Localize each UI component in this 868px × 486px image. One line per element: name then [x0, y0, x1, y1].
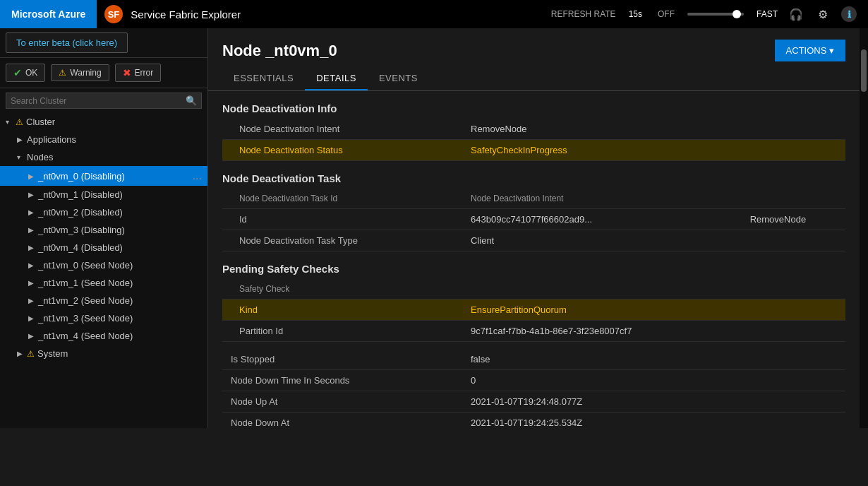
- search-icon: 🔍: [186, 95, 197, 106]
- chevron-icon: ▾: [17, 153, 27, 161]
- search-box: 🔍: [6, 93, 202, 109]
- tree-item-nodes[interactable]: ▾Nodes: [0, 148, 207, 166]
- scrollbar-track[interactable]: [860, 28, 868, 428]
- node-down-time-label: Node Down Time In Seconds: [222, 370, 462, 391]
- tree-item-nt1vm4[interactable]: ▶_nt1vm_4 (Seed Node): [0, 327, 207, 345]
- deact-status-row: Node Deactivation Status SafetyCheckInPr…: [222, 140, 845, 161]
- tab-events[interactable]: EVENTS: [368, 67, 429, 90]
- refresh-fast-label: FAST: [757, 9, 778, 19]
- tree-item-label: Cluster: [26, 117, 55, 127]
- refresh-label: REFRESH RATE: [551, 9, 616, 19]
- node-down-time-value: 0: [462, 370, 845, 391]
- tree-item-system[interactable]: ▶⚠System: [0, 345, 207, 362]
- partition-id-value: 9c7f1caf-f7bb-4a1b-86e7-3f23e8007cf7: [462, 321, 845, 342]
- error-status-button[interactable]: ✖ Error: [115, 64, 162, 82]
- refresh-toggle[interactable]: OFF: [658, 9, 675, 19]
- is-stopped-row: Is Stopped false: [222, 349, 845, 370]
- tree-item-nt0vm4[interactable]: ▶_nt0vm_4 (Disabled): [0, 239, 207, 256]
- deactivation-task-table: Node Deactivation Task Id Node Deactivat…: [222, 189, 845, 251]
- tree-item-nt1vm0[interactable]: ▶_nt1vm_0 (Seed Node): [0, 256, 207, 274]
- task-id-label: Id: [222, 209, 462, 230]
- tree-item-label: _nt1vm_3 (Seed Node): [38, 313, 133, 324]
- tree-item-label: _nt0vm_2 (Disabled): [38, 207, 123, 218]
- chevron-icon: ▶: [28, 208, 38, 216]
- context-menu-icon[interactable]: ...: [193, 170, 202, 182]
- tree-item-nt1vm1[interactable]: ▶_nt1vm_1 (Seed Node): [0, 274, 207, 292]
- tree-item-nt0vm2[interactable]: ▶_nt0vm_2 (Disabled): [0, 203, 207, 221]
- tree-item-label: _nt1vm_2 (Seed Node): [38, 295, 133, 306]
- node-down-at-row: Node Down At 2021-01-07T19:24:25.534Z: [222, 413, 845, 429]
- tree-item-label: _nt0vm_1 (Disabled): [38, 189, 123, 200]
- node-down-time-row: Node Down Time In Seconds 0: [222, 370, 845, 391]
- tree-item-applications[interactable]: ▶Applications: [0, 131, 207, 148]
- warning-status-button[interactable]: ⚠ Warning: [51, 64, 109, 81]
- app-title: Service Fabric Explorer: [131, 8, 551, 20]
- section-safety-checks: Pending Safety Checks: [222, 263, 845, 275]
- tree-item-nt1vm3[interactable]: ▶_nt1vm_3 (Seed Node): [0, 309, 207, 327]
- node-up-at-value: 2021-01-07T19:24:48.077Z: [462, 391, 845, 413]
- warning-icon: ⚠: [59, 68, 66, 78]
- chevron-icon: ▶: [28, 226, 38, 234]
- top-nav: Microsoft Azure SF Service Fabric Explor…: [0, 0, 868, 28]
- scrollbar-thumb[interactable]: [861, 49, 867, 92]
- tabs: ESSENTIALS DETAILS EVENTS: [208, 67, 860, 91]
- beta-enter-button[interactable]: To enter beta (click here): [6, 32, 128, 53]
- nav-right: REFRESH RATE 15s OFF FAST 🎧 ⚙ ℹ: [551, 6, 868, 23]
- safety-checks-table: Safety Check Kind EnsurePartitionQuorum …: [222, 279, 845, 342]
- main-content: Node _nt0vm_0 ACTIONS ▾ ESSENTIALS DETAI…: [208, 28, 860, 428]
- tree: ▾⚠Cluster▶Applications▾Nodes▶_nt0vm_0 (D…: [0, 113, 207, 362]
- chevron-icon: ▶: [28, 172, 38, 180]
- chevron-icon: ▶: [17, 136, 27, 143]
- refresh-rate-value: 15s: [629, 9, 642, 19]
- sidebar: To enter beta (click here) ✔ OK ⚠ Warnin…: [0, 28, 208, 428]
- is-stopped-label: Is Stopped: [222, 349, 462, 370]
- node-prefix: Node: [222, 42, 261, 59]
- warn-icon: ⚠: [27, 349, 35, 359]
- warn-icon: ⚠: [16, 117, 23, 127]
- node-up-at-row: Node Up At 2021-01-07T19:24:48.077Z: [222, 391, 845, 413]
- tree-item-nt1vm2[interactable]: ▶_nt1vm_2 (Seed Node): [0, 292, 207, 309]
- partition-id-label: Partition Id: [222, 321, 462, 342]
- deactivation-info-table: Node Deactivation Intent RemoveNode Node…: [222, 119, 845, 161]
- tab-essentials[interactable]: ESSENTIALS: [222, 67, 305, 90]
- task-header-row: Node Deactivation Task Id Node Deactivat…: [222, 189, 845, 209]
- azure-brand[interactable]: Microsoft Azure: [0, 0, 97, 28]
- deact-status-value: SafetyCheckInProgress: [462, 140, 845, 161]
- settings-icon[interactable]: ⚙: [814, 6, 831, 23]
- ok-icon: ✔: [13, 67, 22, 78]
- kind-value: EnsurePartitionQuorum: [462, 300, 845, 321]
- tree-item-label: _nt1vm_0 (Seed Node): [38, 260, 133, 271]
- section-deactivation-info: Node Deactivation Info: [222, 102, 845, 114]
- task-type-value: Client: [462, 230, 845, 251]
- partition-id-row: Partition Id 9c7f1caf-f7bb-4a1b-86e7-3f2…: [222, 321, 845, 342]
- tree-item-nt0vm3[interactable]: ▶_nt0vm_3 (Disabling): [0, 221, 207, 239]
- tree-item-cluster[interactable]: ▾⚠Cluster: [0, 113, 207, 131]
- ok-status-button[interactable]: ✔ OK: [6, 64, 45, 82]
- chevron-icon: ▾: [6, 118, 16, 126]
- svg-text:SF: SF: [108, 9, 120, 20]
- tree-item-label: _nt0vm_3 (Disabling): [38, 225, 125, 235]
- node-name: _nt0vm_0: [265, 42, 337, 59]
- chevron-icon: ▶: [28, 314, 38, 322]
- tab-details[interactable]: DETAILS: [305, 67, 368, 90]
- azure-label: Microsoft Azure: [11, 8, 85, 20]
- chevron-icon: ▶: [28, 244, 38, 251]
- node-down-at-label: Node Down At: [222, 413, 462, 429]
- sf-logo-icon: SF: [104, 4, 123, 24]
- tree-item-nt0vm0[interactable]: ▶_nt0vm_0 (Disabling)...: [0, 166, 207, 186]
- chevron-icon: ▶: [28, 332, 38, 340]
- task-intent-value: RemoveNode: [750, 214, 807, 225]
- refresh-slider[interactable]: [687, 13, 744, 16]
- tree-item-nt0vm1[interactable]: ▶_nt0vm_1 (Disabled): [0, 186, 207, 203]
- deact-status-label: Node Deactivation Status: [222, 140, 462, 161]
- headset-icon[interactable]: 🎧: [788, 6, 804, 23]
- ok-label: OK: [25, 68, 37, 78]
- chevron-icon: ▶: [28, 297, 38, 304]
- search-input[interactable]: [11, 96, 186, 106]
- tree-item-label: System: [37, 348, 68, 359]
- info-icon[interactable]: ℹ: [841, 6, 857, 22]
- actions-button[interactable]: ACTIONS ▾: [775, 40, 845, 61]
- page-header: Node _nt0vm_0 ACTIONS ▾: [208, 28, 860, 67]
- status-bar: ✔ OK ⚠ Warning ✖ Error: [0, 58, 207, 88]
- safety-check-col: Safety Check: [222, 279, 462, 300]
